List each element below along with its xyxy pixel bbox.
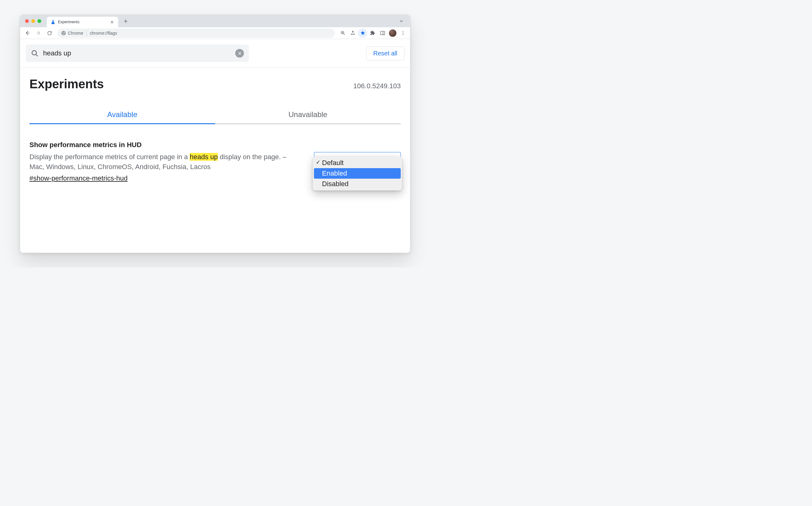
zoom-icon[interactable] (338, 28, 348, 38)
sidepanel-icon[interactable] (378, 28, 387, 38)
flags-tabs: Available Unavailable (29, 106, 401, 124)
dropdown-option-enabled[interactable]: Enabled (314, 168, 401, 179)
flag-desc-pre: Display the performance metrics of curre… (29, 153, 190, 161)
svg-point-5 (402, 32, 403, 33)
dropdown-menu: Default Enabled Disabled (313, 156, 402, 190)
svg-point-6 (402, 34, 403, 35)
browser-window: Experiments Chrome (20, 14, 410, 253)
omnibox-divider (86, 30, 87, 36)
forward-button[interactable] (34, 28, 43, 38)
close-tab-icon[interactable] (109, 19, 115, 24)
origin-chip-label: Chrome (68, 31, 83, 35)
close-window-button[interactable] (25, 19, 29, 23)
flags-search-box[interactable] (26, 45, 249, 62)
profile-avatar[interactable] (389, 29, 396, 37)
extensions-icon[interactable] (368, 28, 377, 38)
svg-point-4 (402, 31, 403, 32)
search-icon (31, 49, 39, 57)
toolbar-right (338, 28, 408, 38)
tab-unavailable[interactable]: Unavailable (215, 106, 401, 124)
reload-button[interactable] (45, 28, 54, 38)
minimize-window-button[interactable] (31, 19, 35, 23)
reset-all-button[interactable]: Reset all (366, 47, 404, 60)
svg-point-7 (32, 51, 36, 55)
page-body: Experiments 106.0.5249.103 Available Una… (20, 68, 410, 253)
tab-available[interactable]: Available (29, 106, 215, 124)
flag-title: Show performance metrics in HUD (29, 141, 302, 149)
share-icon[interactable] (348, 28, 357, 38)
tab-strip: Experiments (20, 15, 410, 27)
flag-desc-highlight: heads up (190, 153, 218, 161)
flask-icon (51, 19, 56, 24)
page-title: Experiments (29, 77, 104, 91)
page-header: Experiments 106.0.5249.103 (29, 77, 401, 91)
chrome-origin-chip: Chrome (61, 31, 83, 35)
flags-search-input[interactable] (43, 49, 231, 57)
dropdown-option-default[interactable]: Default (314, 158, 401, 168)
flag-item: Show performance metrics in HUD Display … (29, 141, 401, 182)
flag-hash-link[interactable]: #show-performance-metrics-hud (29, 174, 128, 182)
tab-list-chevron-icon[interactable] (397, 17, 406, 25)
chrome-version: 106.0.5249.103 (353, 82, 401, 90)
tab-title: Experiments (58, 20, 107, 24)
tabstrip-right (397, 17, 407, 25)
address-bar[interactable]: Chrome chrome://flags (57, 28, 335, 38)
bookmark-star-icon[interactable] (358, 28, 367, 38)
page-content: Reset all Experiments 106.0.5249.103 Ava… (20, 39, 410, 253)
browser-tab[interactable]: Experiments (47, 17, 118, 27)
fullscreen-window-button[interactable] (38, 19, 41, 23)
clear-search-icon[interactable] (235, 49, 244, 58)
flag-description: Display the performance metrics of curre… (29, 152, 302, 172)
flag-text: Show performance metrics in HUD Display … (29, 141, 302, 182)
toolbar: Chrome chrome://flags (20, 27, 410, 39)
svg-rect-3 (381, 31, 385, 35)
dropdown-option-disabled[interactable]: Disabled (314, 179, 401, 189)
flags-search-row: Reset all (20, 39, 410, 68)
back-button[interactable] (23, 28, 32, 38)
svg-point-1 (63, 32, 65, 34)
kebab-menu-icon[interactable] (398, 28, 408, 38)
url-text: chrome://flags (90, 31, 117, 35)
new-tab-button[interactable] (121, 17, 130, 25)
window-controls (25, 19, 41, 23)
chrome-icon (61, 31, 66, 35)
